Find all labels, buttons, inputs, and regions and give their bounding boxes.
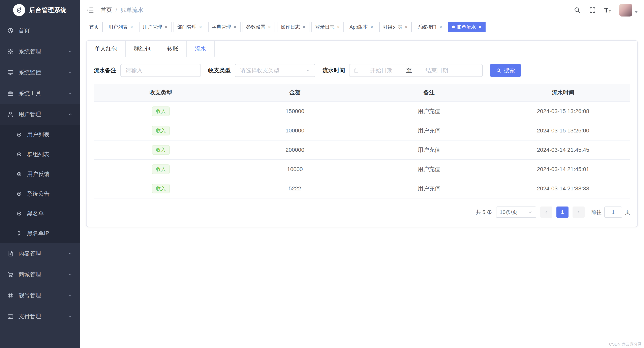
table-header-row: 收支类型 金额 备注 流水时间 (94, 84, 630, 102)
sidebar-item-label: 系统工具 (18, 90, 41, 97)
sidebar-item-number-mgmt[interactable]: 靓号管理 (0, 285, 80, 306)
chevron-down-icon (68, 252, 72, 256)
amount-cell: 200000 (228, 147, 362, 153)
amount-cell: 5222 (228, 185, 362, 192)
avatar[interactable] (619, 4, 632, 16)
remark-cell: 用户充值 (362, 108, 496, 115)
gear-icon (7, 48, 14, 55)
sidebar-subitem-label: 群组列表 (27, 150, 50, 158)
tag-op-log[interactable]: 操作日志 × (277, 22, 310, 32)
income-type-select[interactable]: 请选择收支类型 (235, 64, 315, 77)
tag-group-list[interactable]: 群组列表 × (379, 22, 412, 32)
tag-label: 用户列表 (108, 24, 128, 30)
document-icon (7, 250, 14, 257)
close-icon[interactable]: × (439, 24, 442, 30)
sidebar-subitem-user-list[interactable]: 用户列表 (0, 125, 80, 144)
monitor-icon (7, 69, 14, 76)
tab-group-redpacket[interactable]: 群红包 (126, 41, 159, 57)
filter-bar: 流水备注 收支类型 请选择收支类型 流水时间 至 (86, 57, 637, 83)
close-icon[interactable]: × (130, 24, 134, 30)
sidebar-item-system-tools[interactable]: 系统工具 (0, 83, 80, 104)
tag-login-log[interactable]: 登录日志 × (312, 22, 344, 32)
sidebar-item-label: 首页 (18, 27, 30, 34)
close-icon[interactable]: × (198, 24, 202, 30)
tag-param-settings[interactable]: 参数设置 × (242, 22, 275, 32)
flow-remark-input[interactable] (120, 64, 201, 77)
close-icon[interactable]: × (404, 24, 408, 30)
tab-single-redpacket[interactable]: 单人红包 (86, 41, 126, 57)
sidebar-collapse-icon[interactable] (86, 6, 94, 14)
page-1-button[interactable]: 1 (556, 206, 568, 218)
sidebar-item-home[interactable]: 首页 (0, 20, 80, 41)
tag-label: 参数设置 (246, 24, 266, 30)
tag-label: 用户管理 (143, 24, 162, 30)
tab-flow[interactable]: 流水 (187, 41, 214, 57)
chevron-down-icon (68, 314, 72, 318)
tag-app-version[interactable]: App版本 × (346, 22, 377, 32)
arrow-left-icon (544, 210, 549, 214)
number-icon (7, 292, 14, 299)
close-icon[interactable]: × (268, 24, 271, 30)
font-size-icon[interactable]: T T (604, 7, 611, 14)
sidebar-subitem-user-feedback[interactable]: 用户反馈 (0, 164, 80, 184)
page-unit-label: 页 (625, 209, 630, 216)
income-tag: 收入 (152, 164, 170, 174)
page-size-select[interactable]: 10条/页 (496, 206, 536, 218)
tag-bill-flow[interactable]: 账单流水 × (448, 22, 486, 32)
sidebar-subitem-blacklist[interactable]: 黑名单 (0, 204, 80, 224)
tag-label: 操作日志 (281, 24, 300, 30)
fullscreen-icon[interactable] (589, 6, 596, 14)
tag-user-mgmt[interactable]: 用户管理 × (139, 22, 172, 32)
tag-home[interactable]: 首页 (86, 22, 103, 32)
sidebar-item-content-mgmt[interactable]: 内容管理 (0, 243, 80, 264)
sidebar-item-label: 商城管理 (18, 271, 41, 278)
tag-label: 系统接口 (417, 24, 437, 30)
column-header: 流水时间 (496, 84, 630, 102)
search-button[interactable]: 搜索 (490, 64, 521, 77)
search-icon[interactable] (574, 6, 581, 14)
prev-page-button[interactable] (540, 206, 552, 218)
close-icon[interactable]: × (478, 24, 482, 30)
tag-dict-mgmt[interactable]: 字典管理 × (208, 22, 240, 32)
close-icon[interactable]: × (336, 24, 340, 30)
sidebar-item-label: 系统管理 (18, 48, 41, 55)
select-placeholder: 请选择收支类型 (240, 66, 280, 74)
chevron-down-icon (68, 293, 72, 298)
sidebar-item-payment-mgmt[interactable]: 支付管理 (0, 306, 80, 327)
tag-dept-mgmt[interactable]: 部门管理 × (174, 22, 206, 32)
start-date-input[interactable] (360, 67, 402, 74)
app-logo[interactable]: 后台管理系统 (0, 0, 80, 20)
next-page-button[interactable] (572, 206, 584, 218)
tag-label: App版本 (350, 24, 368, 30)
end-date-input[interactable] (416, 67, 458, 74)
tag-user-list[interactable]: 用户列表 × (105, 22, 137, 32)
date-range-picker[interactable]: 至 (349, 64, 483, 77)
user-mgmt-submenu: 用户列表 群组列表 用户反馈 系统公告 黑名单 黑名单IP (0, 125, 80, 243)
sidebar-item-system-mgmt[interactable]: 系统管理 (0, 41, 80, 62)
close-icon[interactable]: × (302, 24, 306, 30)
amount-cell: 100000 (228, 128, 362, 134)
tab-transfer[interactable]: 转账 (159, 41, 187, 57)
table-row: 收入 150000 用户充值 2024-03-15 13:26:08 (94, 102, 630, 121)
chevron-down-icon (68, 49, 72, 54)
goto-page-input[interactable] (604, 206, 622, 218)
sidebar-item-mall-mgmt[interactable]: 商城管理 (0, 264, 80, 285)
sidebar-subitem-blacklist-ip[interactable]: 黑名单IP (0, 224, 80, 243)
chevron-down-icon (68, 91, 72, 96)
close-icon[interactable]: × (370, 24, 374, 30)
breadcrumb-home[interactable]: 首页 (101, 6, 112, 14)
user-menu[interactable] (619, 4, 638, 16)
tag-label: 群组列表 (383, 24, 402, 30)
close-icon[interactable]: × (164, 24, 168, 30)
sidebar-item-system-monitor[interactable]: 系统监控 (0, 62, 80, 83)
sidebar-subitem-group-list[interactable]: 群组列表 (0, 144, 80, 164)
tag-label: 字典管理 (212, 24, 231, 30)
tag-system-api[interactable]: 系统接口 × (414, 22, 446, 32)
chevron-up-icon (68, 112, 72, 116)
tag-label: 首页 (90, 24, 99, 30)
type-cell: 收入 (94, 164, 228, 174)
close-icon[interactable]: × (233, 24, 237, 30)
sidebar-subitem-system-notice[interactable]: 系统公告 (0, 184, 80, 204)
type-cell: 收入 (94, 126, 228, 136)
sidebar-item-user-mgmt[interactable]: 用户管理 (0, 104, 80, 125)
